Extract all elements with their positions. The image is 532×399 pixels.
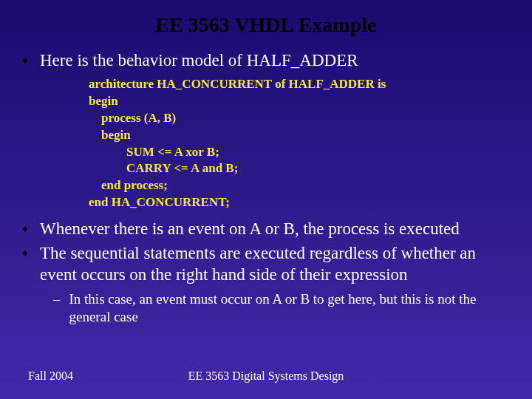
diamond-icon: ♦ bbox=[21, 243, 30, 264]
bullet-text: Here is the behavior model of HALF_ADDER bbox=[40, 50, 358, 72]
slide: EE 3563 VHDL Example ♦ Here is the behav… bbox=[0, 0, 532, 399]
bullet-item: ♦ Whenever there is an event on A or B, … bbox=[21, 219, 511, 240]
sub-bullet-text: In this case, an event must occur on A o… bbox=[69, 290, 512, 327]
code-block: architecture HA_CONCURRENT of HALF_ADDER… bbox=[89, 76, 511, 212]
diamond-icon: ♦ bbox=[21, 219, 30, 239]
bullet-text: Whenever there is an event on A or B, th… bbox=[40, 219, 460, 240]
bullet-item: ♦ The sequential statements are executed… bbox=[21, 243, 511, 286]
diamond-icon: ♦ bbox=[21, 50, 30, 71]
slide-footer: Fall 2004 EE 3563 Digital Systems Design bbox=[0, 369, 532, 383]
bullet-item: ♦ Here is the behavior model of HALF_ADD… bbox=[21, 50, 511, 72]
dash-icon: – bbox=[53, 290, 61, 309]
sub-bullet-item: – In this case, an event must occur on A… bbox=[53, 290, 511, 327]
footer-left: Fall 2004 bbox=[28, 369, 73, 383]
footer-center: EE 3563 Digital Systems Design bbox=[0, 369, 532, 383]
bullet-text: The sequential statements are executed r… bbox=[40, 243, 511, 286]
slide-title: EE 3563 VHDL Example bbox=[21, 13, 511, 37]
